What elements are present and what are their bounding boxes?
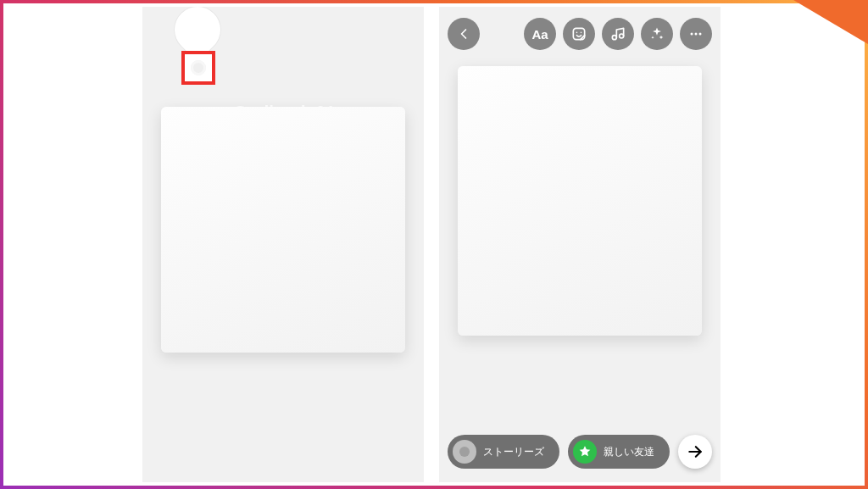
sparkle-icon xyxy=(648,25,665,42)
svg-point-7 xyxy=(699,33,702,36)
effects-tool-button[interactable] xyxy=(641,18,673,50)
back-button[interactable] xyxy=(448,18,480,50)
story-share-bar: ストーリーズ 親しい友達 xyxy=(439,435,721,469)
content-card xyxy=(458,66,702,336)
sticker-icon xyxy=(570,25,587,42)
left-phone-panel: @mikuni_01 xyxy=(142,7,424,482)
right-phone-panel: Aa xyxy=(439,7,721,482)
svg-point-6 xyxy=(695,33,698,36)
text-tool-button[interactable]: Aa xyxy=(524,18,556,50)
music-tool-button[interactable] xyxy=(602,18,634,50)
share-close-friends-button[interactable]: 親しい友達 xyxy=(568,435,670,469)
arrow-right-icon xyxy=(687,443,704,460)
ellipsis-icon xyxy=(687,25,704,42)
chevron-left-icon xyxy=(455,25,472,42)
music-note-icon xyxy=(609,25,626,42)
more-tool-button[interactable] xyxy=(680,18,712,50)
avatar-icon xyxy=(453,440,476,464)
svg-point-2 xyxy=(581,32,582,34)
content-card xyxy=(161,107,405,353)
frame-inner: @mikuni_01 Aa xyxy=(3,3,865,486)
outer-gradient-frame: @mikuni_01 Aa xyxy=(0,0,868,489)
highlight-annotation-box xyxy=(181,51,215,85)
avatar-placeholder-icon xyxy=(191,60,206,75)
story-editor-toolbar: Aa xyxy=(439,17,721,51)
sticker-tool-button[interactable] xyxy=(563,18,595,50)
share-stories-label: ストーリーズ xyxy=(483,445,544,459)
close-friends-star-icon xyxy=(573,440,597,464)
svg-point-5 xyxy=(691,33,693,36)
svg-point-1 xyxy=(576,32,578,34)
share-close-friends-label: 親しい友達 xyxy=(604,445,654,459)
panels-row: @mikuni_01 Aa xyxy=(142,7,721,482)
share-stories-button[interactable]: ストーリーズ xyxy=(448,435,559,469)
send-button[interactable] xyxy=(678,435,712,469)
